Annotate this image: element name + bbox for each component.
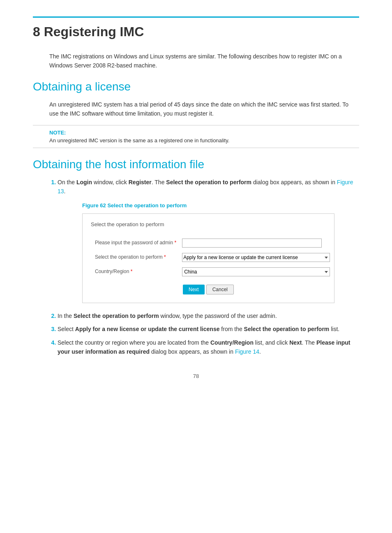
password-input[interactable] [182,239,322,248]
dialog-buttons: Next Cancel [91,285,326,294]
obtaining-host-heading: Obtaining the host information file [33,158,359,171]
dialog-title: Select the operation to perform [91,220,326,229]
password-input-cell [180,236,332,250]
step-1: On the Login window, click Register. The… [58,178,359,303]
step-4: Select the country or region where you a… [58,338,359,357]
step-3: Select Apply for a new license or update… [58,324,359,334]
dialog-box: Select the operation to perform Please i… [82,213,334,303]
country-row: Country/Region * China [91,264,332,279]
steps-list: On the Login window, click Register. The… [33,178,359,357]
chapter-heading: 8 Registering IMC [33,16,359,39]
figure-14-link[interactable]: Figure 14 [235,348,259,355]
country-input-cell: China [180,264,332,279]
country-select[interactable]: China [182,267,330,276]
country-label: Country/Region * [91,264,180,279]
chapter-number: 8 [33,24,40,39]
operation-row: Select the operation to perform * Apply … [91,250,332,264]
step-2: In the Select the operation to perform w… [58,311,359,320]
next-button[interactable]: Next [183,285,205,294]
page-number: 78 [33,373,359,379]
password-row: Please input the password of admin * [91,236,332,250]
operation-label: Select the operation to perform * [91,250,180,264]
operation-select[interactable]: Apply for a new license or update the cu… [182,253,330,262]
intro-paragraph: The IMC registrations on Windows and Lin… [33,52,359,70]
operation-input-cell: Apply for a new license or update the cu… [180,250,332,264]
obtaining-license-body: An unregistered IMC system has a trial p… [33,100,359,118]
obtaining-license-heading: Obtaining a license [33,80,359,93]
note-text: An unregistered IMC version is the same … [49,137,343,144]
dialog-form: Please input the password of admin * Sel… [91,236,332,279]
password-label: Please input the password of admin * [91,236,180,250]
chapter-title: 8 Registering IMC [33,24,359,39]
note-box: NOTE: An unregistered IMC version is the… [33,125,359,148]
cancel-button[interactable]: Cancel [206,285,234,294]
note-label: NOTE: [49,130,343,136]
figure-caption: Figure 62 Select the operation to perfor… [58,202,359,210]
chapter-title-text: Registering IMC [44,24,144,39]
